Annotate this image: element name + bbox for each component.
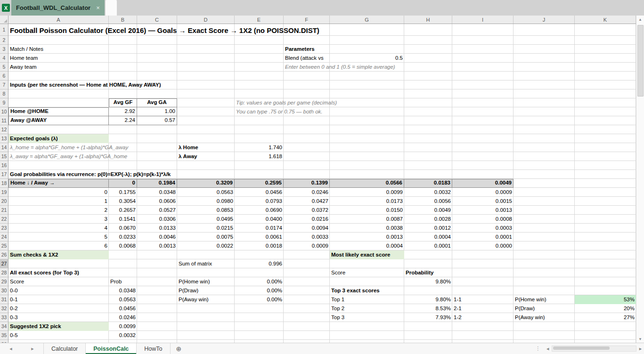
cell-A26[interactable]: Sum checks & 1X2 [8,250,109,259]
cell-B31[interactable]: 0.0563 [109,295,137,304]
scroll-right-icon[interactable]: ► [638,346,643,351]
cell-H33[interactable]: 7.93% [404,313,452,322]
select-all-corner[interactable] [0,16,8,24]
row-header-17[interactable]: 17 [0,170,8,179]
cell-B35[interactable]: 0.0032 [109,331,137,340]
cell-H18[interactable]: 0.0183 [404,179,452,188]
cell-D21[interactable]: 0.0853 [177,206,235,215]
cell-H28[interactable]: Probability [404,268,452,277]
column-header-G[interactable]: G [330,16,404,24]
cell-F3[interactable]: Parameters [284,45,330,54]
row-header-28[interactable]: 28 [0,268,8,277]
cell-B21[interactable]: 0.2657 [109,206,137,215]
cell-B30[interactable]: 0.0348 [109,286,137,295]
cell-A11[interactable]: Away @AWAY [8,116,109,125]
cell-A13[interactable]: Expected goals (λ) [8,134,109,143]
cell-G28[interactable]: Score [330,268,404,277]
cell-B22[interactable]: 0.1541 [109,215,137,224]
cell-B24[interactable]: 0.0233 [109,233,137,241]
cell-E9[interactable]: Tip: values are goals per game (decimals… [235,98,284,107]
cell-C20[interactable]: 0.0606 [137,197,177,206]
cell-A18[interactable]: Home ↓ / Away → [8,179,109,188]
row-header-30[interactable]: 30 [0,286,8,295]
cell-E22[interactable]: 0.0400 [235,215,284,224]
new-document-tab[interactable] [106,0,117,16]
cell-B23[interactable]: 0.0670 [109,224,137,233]
cell-E20[interactable]: 0.0793 [235,197,284,206]
cell-C18[interactable]: 0.1984 [137,179,177,188]
cell-E24[interactable]: 0.0061 [235,233,284,241]
cell-A23[interactable]: 4 [8,224,109,233]
cell-D15[interactable]: λ Away [177,152,235,161]
column-header-F[interactable]: F [284,16,330,24]
cell-H32[interactable]: 8.53% [404,304,452,313]
add-sheet-button[interactable]: ⊕ [171,343,187,354]
cell-G20[interactable]: 0.0173 [330,197,404,206]
row-header-26[interactable]: 26 [0,250,8,259]
row-header-21[interactable]: 21 [0,206,8,215]
column-header-B[interactable]: B [109,16,137,24]
cell-H19[interactable]: 0.0032 [404,188,452,197]
sheet-tab-poissoncalc[interactable]: PoissonCalc [86,343,137,354]
cell-I22[interactable]: 0.0008 [452,215,514,224]
row-header-5[interactable]: 5 [0,63,8,72]
row-header-10[interactable]: 10 [0,107,8,116]
row-header-8[interactable]: 8 [0,89,8,98]
horizontal-scroll-track[interactable] [552,346,636,352]
cell-C11[interactable]: 0.57 [137,116,177,125]
cell-H29[interactable]: 9.80% [404,277,452,286]
row-header-34[interactable]: 34 [0,322,8,331]
scroll-left-icon[interactable]: ◄ [546,346,550,351]
sheet-nav-right-icon[interactable]: ► [31,346,35,351]
cell-C24[interactable]: 0.0046 [137,233,177,241]
cell-H25[interactable]: 0.0001 [404,241,452,250]
cell-B19[interactable]: 0.1755 [109,188,137,197]
cell-H22[interactable]: 0.0028 [404,215,452,224]
cell-C23[interactable]: 0.0133 [137,224,177,233]
vertical-scrollbar[interactable]: ▲ ▼ [636,16,644,343]
cell-G30[interactable]: Top 3 exact scores [330,286,404,295]
cell-H31[interactable]: 9.80% [404,295,452,304]
cell-E15[interactable]: 1.618 [235,152,284,161]
cell-D14[interactable]: λ Home [177,143,235,152]
cell-D31[interactable]: P(Away win) [177,295,235,304]
cell-F24[interactable]: 0.0033 [284,233,330,241]
cell-D18[interactable]: 0.3209 [177,179,235,188]
cell-I31[interactable]: 1-1 [452,295,514,304]
cell-E30[interactable]: 0.00% [235,286,284,295]
cell-G18[interactable]: 0.0566 [330,179,404,188]
cell-A14[interactable]: λ_home = alpha*GF_home + (1-alpha)*GA_aw… [8,143,109,152]
row-header-27[interactable]: 27 [0,259,8,268]
cell-C21[interactable]: 0.0527 [137,206,177,215]
cell-G23[interactable]: 0.0038 [330,224,404,233]
cell-B34[interactable]: 0.0099 [109,322,137,331]
cell-D20[interactable]: 0.0980 [177,197,235,206]
cell-A29[interactable]: Score [8,277,109,286]
cell-A7[interactable]: Inputs (per the screenshot — Home at HOM… [8,80,109,89]
cell-A28[interactable]: All exact scores (for Top 3) [8,268,109,277]
cell-A19[interactable]: 0 [8,188,109,197]
cell-G22[interactable]: 0.0087 [330,215,404,224]
row-header-19[interactable]: 19 [0,188,8,197]
cell-E29[interactable]: 0.00% [235,277,284,286]
row-header-18[interactable]: 18 [0,179,8,188]
column-header-J[interactable]: J [514,16,575,24]
cell-E10[interactable]: You can type .75 or 0.75 — both ok. [235,107,284,116]
cell-D27[interactable]: Sum of matrix [177,259,235,268]
cell-H21[interactable]: 0.0049 [404,206,452,215]
sheet-tab-calculator[interactable]: Calculator [44,343,86,354]
row-header-4[interactable]: 4 [0,54,8,63]
row-header-23[interactable]: 23 [0,224,8,233]
row-header-33[interactable]: 33 [0,313,8,322]
cell-B9[interactable]: Avg GF [109,98,137,107]
cell-I21[interactable]: 0.0013 [452,206,514,215]
column-header-E[interactable]: E [235,16,284,24]
cell-I18[interactable]: 0.0049 [452,179,514,188]
row-header-32[interactable]: 32 [0,304,8,313]
cell-D29[interactable]: P(Home win) [177,277,235,286]
row-header-29[interactable]: 29 [0,277,8,286]
row-header-14[interactable]: 14 [0,143,8,152]
cell-E18[interactable]: 0.2595 [235,179,284,188]
cell-F18[interactable]: 0.1399 [284,179,330,188]
column-header-D[interactable]: D [177,16,235,24]
